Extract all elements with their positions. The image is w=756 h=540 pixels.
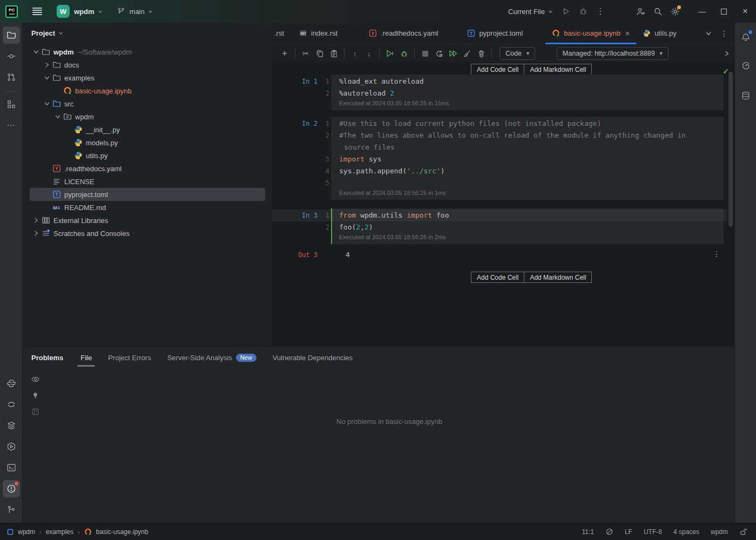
cell-type-select[interactable]: Code ▼ <box>500 47 535 60</box>
clear-outputs-icon[interactable] <box>460 46 474 60</box>
add-markdown-cell-button[interactable]: Add Markdown Cell <box>524 64 592 75</box>
close-tab-icon[interactable]: × <box>625 30 630 37</box>
tab-basic-usage-ipynb[interactable]: basic-usage.ipynb × <box>545 23 636 44</box>
terminal-tool-button[interactable] <box>3 459 20 476</box>
window-close-button[interactable]: × <box>734 0 756 23</box>
status-bar: wpdm › examples › basic-usage.ipynb 11:1… <box>0 523 756 540</box>
run-cell-icon[interactable] <box>383 46 397 60</box>
tab-pyproject-toml[interactable]: pyproject.toml <box>461 23 529 44</box>
tree-item-docs[interactable]: docs <box>30 58 265 71</box>
paste-cell-icon[interactable] <box>327 46 341 60</box>
problems-tool-button[interactable] <box>3 480 20 497</box>
tree-item-license[interactable]: LICENSE <box>30 175 265 188</box>
tree-item-wpdm-package[interactable]: wpdm <box>30 110 265 123</box>
breadcrumb-folder[interactable]: examples <box>46 528 73 536</box>
window-minimize-button[interactable]: — <box>691 0 713 23</box>
preview-eye-icon[interactable] <box>28 372 42 386</box>
tree-item-external-libraries[interactable]: External Libraries <box>30 214 265 227</box>
toolbar-expand-chevron-icon[interactable] <box>724 50 730 57</box>
more-tools-icon[interactable]: ⋯ <box>3 117 20 134</box>
tree-item-utils-py[interactable]: utils.py <box>30 149 265 162</box>
tree-item-readthedocs-yaml[interactable]: .readthedocs.yaml <box>30 162 265 175</box>
tree-item-src[interactable]: src <box>30 97 265 110</box>
settings-gear-icon[interactable] <box>666 3 684 20</box>
hidden-tabs-chevron-icon[interactable] <box>705 30 712 37</box>
tree-item-scratches[interactable]: Scratches and Consoles <box>30 227 265 240</box>
run-button[interactable] <box>557 3 575 20</box>
notebook-cell[interactable]: In 212345#Use this to load current pytho… <box>272 117 734 200</box>
tab-utils-py[interactable]: utils.py <box>636 23 683 44</box>
cell-code-panel[interactable]: #Use this to load current python files (… <box>331 117 724 200</box>
project-panel-header[interactable]: Project <box>23 23 272 43</box>
breadcrumb-project[interactable]: wpdm <box>18 528 35 536</box>
quick-fix-bulb-icon[interactable] <box>28 388 42 402</box>
cell-code-panel[interactable]: from wpdm.utils import foofoo(2,2)Execut… <box>331 208 724 244</box>
tree-item-wpdm-root[interactable]: wpdm ~/Software/wpdm <box>30 45 265 58</box>
tab-project-errors[interactable]: Project Errors <box>105 346 154 369</box>
tab-options-kebab-icon[interactable]: ⋮ <box>720 29 728 38</box>
restart-kernel-icon[interactable] <box>432 46 446 60</box>
line-ending-widget[interactable]: LF <box>625 528 632 536</box>
add-cell-below-icon[interactable]: + <box>278 46 292 60</box>
pull-requests-tool-button[interactable] <box>3 69 20 86</box>
copy-cell-icon[interactable] <box>313 46 327 60</box>
add-markdown-cell-button[interactable]: Add Markdown Cell <box>524 272 592 283</box>
caret-position-widget[interactable]: 11:1 <box>582 528 593 536</box>
version-control-tool-button[interactable] <box>3 501 20 518</box>
open-preview-icon[interactable] <box>28 404 42 418</box>
indent-widget[interactable]: 4 spaces <box>673 528 699 536</box>
add-code-cell-button[interactable]: Add Code Cell <box>471 272 524 283</box>
jupyter-tool-button[interactable] <box>3 396 20 413</box>
debug-cell-icon[interactable] <box>397 46 411 60</box>
interpreter-widget[interactable]: wpdm <box>711 528 728 536</box>
run-services-tool-button[interactable] <box>3 438 20 455</box>
run-configuration-select[interactable]: Current File <box>508 8 553 16</box>
structure-tool-button[interactable] <box>3 96 20 113</box>
main-menu-icon[interactable] <box>32 8 42 15</box>
tree-item-models-py[interactable]: models.py <box>30 136 265 149</box>
services-layers-tool-button[interactable] <box>3 417 20 434</box>
notebook-cell[interactable]: In 312from wpdm.utils import foofoo(2,2)… <box>272 208 734 244</box>
notifications-tool-button[interactable] <box>737 29 754 46</box>
ai-assistant-tool-button[interactable] <box>737 57 754 75</box>
delete-cell-icon[interactable] <box>474 46 488 60</box>
output-options-kebab-icon[interactable]: ⋮ <box>713 249 720 258</box>
debug-button[interactable] <box>575 3 592 20</box>
code-with-me-icon[interactable] <box>632 3 649 20</box>
tree-item-init-py[interactable]: __init__.py <box>30 123 265 136</box>
more-actions-kebab-icon[interactable]: ⋮ <box>592 3 609 20</box>
stop-kernel-icon[interactable] <box>418 46 432 60</box>
line-number-gutter: 12345 <box>315 118 329 189</box>
tree-item-pyproject-toml[interactable]: pyproject.toml <box>30 188 265 201</box>
cut-cell-icon[interactable]: ✂ <box>299 46 313 60</box>
lock-icon[interactable] <box>739 528 747 536</box>
tab-server-side-analysis[interactable]: Server-Side Analysis New <box>164 346 260 369</box>
tab-readthedocs-yaml[interactable]: .readthedocs.yaml <box>362 23 444 44</box>
tab-index-rst[interactable]: index.rst <box>293 23 344 44</box>
editor-scrollbar[interactable] <box>728 72 733 227</box>
project-tool-button[interactable] <box>3 26 20 44</box>
tree-item-basic-usage-ipynb[interactable]: basic-usage.ipynb <box>30 84 265 97</box>
vcs-widget[interactable]: main <box>117 7 153 16</box>
python-packages-tool-button[interactable] <box>3 375 20 392</box>
tab-rst-partial[interactable]: .rst <box>272 23 293 44</box>
project-widget[interactable]: W wpdm <box>42 5 103 18</box>
cell-code-panel[interactable]: %load_ext autoreload%autoreload 2Execute… <box>331 75 724 110</box>
add-code-cell-button[interactable]: Add Code Cell <box>471 64 524 75</box>
tree-item-examples[interactable]: examples <box>30 71 265 84</box>
encoding-widget[interactable]: UTF-8 <box>644 528 662 536</box>
tab-vulnerable-dependencies[interactable]: Vulnerable Dependencies <box>269 346 356 369</box>
inspections-highlight-icon[interactable] <box>605 528 613 536</box>
notebook-cell[interactable]: In 112%load_ext autoreload%autoreload 2E… <box>272 75 734 110</box>
tree-item-readme-md[interactable]: README.md <box>30 201 265 214</box>
search-everywhere-icon[interactable] <box>649 3 666 20</box>
breadcrumb-file[interactable]: basic-usage.ipynb <box>96 528 148 536</box>
move-cell-up-icon[interactable]: ↑ <box>348 46 362 60</box>
move-cell-down-icon[interactable]: ↓ <box>362 46 376 60</box>
kernel-server-select[interactable]: Managed: http://localhost:8889 ▼ <box>557 47 669 60</box>
run-all-cells-icon[interactable] <box>446 46 460 60</box>
tab-file[interactable]: File <box>77 346 95 369</box>
commit-tool-button[interactable] <box>3 48 20 65</box>
window-maximize-button[interactable] <box>713 0 734 23</box>
database-tool-button[interactable] <box>737 87 754 104</box>
